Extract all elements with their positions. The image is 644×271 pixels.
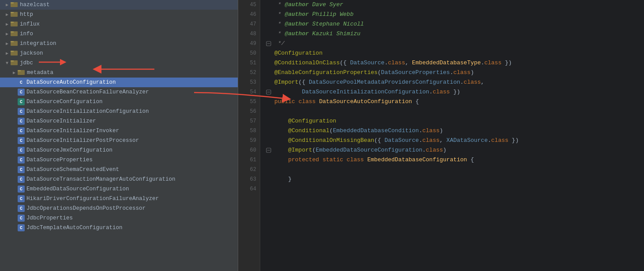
code-token: @Conditional (274, 126, 329, 136)
folder-arrow-icon[interactable]: ▶ (4, 2, 11, 7)
sidebar-item-DataSourceProperties[interactable]: CDataSourceProperties (0, 155, 238, 165)
code-line: DataSourceInitializationConfiguration.cl… (265, 87, 644, 97)
folder-arrow-icon[interactable]: ▼ (4, 61, 11, 66)
code-token: class (464, 78, 481, 87)
gutter-icon (265, 98, 273, 106)
sidebar-item-jdbc[interactable]: ▼jdbc (0, 58, 238, 68)
sidebar-item-jackson[interactable]: ▶jackson (0, 48, 238, 58)
folder-icon (11, 20, 19, 28)
gutter-icon (265, 88, 273, 96)
folder-icon (11, 40, 19, 48)
line-number: 63 (242, 174, 256, 184)
gutter-icon (265, 156, 273, 164)
code-token: DataSourceProperties (381, 68, 450, 78)
code-token: @author (285, 10, 309, 19)
code-token: @Configuration (274, 48, 322, 58)
code-line: */ (265, 39, 644, 48)
line-number: 57 (242, 116, 256, 126)
sidebar-item-EmbeddedDataSourceConfiguration[interactable]: CEmbeddedDataSourceConfiguration (0, 184, 238, 194)
code-token: ({ (374, 136, 384, 145)
gutter-icon (265, 146, 273, 154)
code-token: Stephane Nicoll (309, 19, 364, 29)
code-line: * @author Stephane Nicoll (265, 19, 644, 29)
sidebar-item-DataSourceInitializerInvoker[interactable]: CDataSourceInitializerInvoker (0, 126, 238, 136)
gutter-icon (265, 108, 273, 115)
sidebar-item-influx[interactable]: ▶influx (0, 19, 238, 29)
sidebar-item-JdbcOperationsDependsOnPostProcessor[interactable]: CJdbcOperationsDependsOnPostProcessor (0, 204, 238, 213)
code-token: class (299, 97, 316, 107)
folder-arrow-icon[interactable]: ▶ (11, 70, 18, 75)
sidebar-item-DataSourceConfiguration[interactable]: CDataSourceConfiguration (0, 97, 238, 107)
code-token: @EnableConfigurationProperties (274, 68, 378, 78)
folder-arrow-icon[interactable]: ▶ (4, 12, 11, 17)
sidebar-item-DataSourceSchemaCreatedEvent[interactable]: CDataSourceSchemaCreatedEvent (0, 165, 238, 174)
code-token: EmbeddedDatabaseConfiguration (367, 155, 467, 165)
code-token: * (274, 29, 285, 39)
class-label: JdbcOperationsDependsOnPostProcessor (26, 205, 146, 212)
code-token: . (422, 145, 426, 155)
code-token (319, 155, 322, 165)
sidebar-item-DataSourceAutoConfiguration[interactable]: CDataSourceAutoConfiguration (0, 78, 238, 87)
sidebar-item-JdbcTemplateAutoConfiguration[interactable]: CJdbcTemplateAutoConfiguration (0, 223, 238, 233)
class-icon: C (18, 79, 25, 86)
folder-icon (11, 49, 19, 57)
code-token: DataSourceInitializationConfiguration (302, 87, 429, 97)
sidebar-item-integration[interactable]: ▶integration (0, 39, 238, 48)
sidebar-item-hazelcast[interactable]: ▶hazelcast (0, 0, 238, 10)
sidebar-item-DataSourceJmxConfiguration[interactable]: CDataSourceJmxConfiguration (0, 145, 238, 155)
class-icon: C (18, 176, 25, 183)
gutter-icon (265, 137, 273, 145)
class-label: JdbcProperties (26, 215, 73, 221)
sidebar-item-HikariDriverConfigurationFailureAnalyzer[interactable]: CHikariDriverConfigurationFailureAnalyze… (0, 194, 238, 204)
code-token: }) (502, 58, 512, 68)
sidebar-item-DataSourceInitializerPostProcessor[interactable]: CDataSourceInitializerPostProcessor (0, 136, 238, 145)
code-token: ) (471, 68, 474, 78)
class-label: DataSourceTransactionManagerAutoConfigur… (26, 176, 176, 182)
folder-arrow-icon[interactable]: ▶ (4, 51, 11, 56)
code-token: class (347, 155, 364, 165)
code-token: class (453, 68, 471, 78)
gutter-icon (265, 11, 273, 19)
class-label: DataSourceInitializerPostProcessor (26, 137, 139, 144)
line-number: 47 (242, 19, 256, 29)
file-tree-sidebar[interactable]: ▶hazelcast▶http▶influx▶info▶integration▶… (0, 0, 238, 271)
sidebar-item-metadata[interactable]: ▶metadata (0, 68, 238, 78)
code-token: }) (509, 136, 519, 145)
sidebar-item-DataSourceBeanCreationFailureAnalyzer[interactable]: CDataSourceBeanCreationFailureAnalyzer (0, 87, 238, 97)
red-arrow-icon (37, 58, 72, 68)
code-line: * @author Kazuki Shimizu (265, 29, 644, 39)
folder-arrow-icon[interactable]: ▶ (4, 22, 11, 27)
class-icon: C (18, 147, 25, 154)
svg-rect-7 (11, 31, 14, 33)
sidebar-item-JdbcProperties[interactable]: CJdbcProperties (0, 213, 238, 223)
line-number: 53 (242, 78, 256, 87)
class-icon: C (18, 89, 25, 96)
code-editor: 4546474849505152535455565758596061626364… (238, 0, 644, 271)
code-token: @author (285, 19, 309, 29)
code-token: class (423, 126, 440, 136)
code-token: . (488, 136, 491, 145)
code-line: } (265, 174, 644, 184)
gutter-icon (265, 69, 273, 77)
code-token: ( (378, 68, 381, 78)
code-token: , (481, 78, 484, 87)
sidebar-item-DataSourceTransactionManagerAutoConfiguration[interactable]: CDataSourceTransactionManagerAutoConfigu… (0, 174, 238, 184)
folder-label: influx (20, 21, 40, 27)
code-token: * (274, 10, 285, 19)
class-label: JdbcTemplateAutoConfiguration (26, 225, 123, 231)
folder-arrow-icon[interactable]: ▶ (4, 41, 11, 46)
folder-arrow-icon[interactable]: ▶ (4, 31, 11, 37)
folder-icon (18, 69, 26, 77)
class-label: DataSourceInitializer (26, 118, 96, 124)
line-number: 54 (242, 87, 256, 97)
sidebar-item-DataSourceInitializationConfiguration[interactable]: CDataSourceInitializationConfiguration (0, 107, 238, 116)
sidebar-item-http[interactable]: ▶http (0, 10, 238, 19)
sidebar-item-DataSourceInitializer[interactable]: CDataSourceInitializer (0, 116, 238, 126)
class-label: DataSourceAutoConfiguration (26, 79, 116, 85)
code-token: * (274, 0, 285, 10)
code-token: EmbeddedDatabaseCondition (333, 126, 419, 136)
code-token: EmbeddedDataSourceConfiguration (316, 145, 423, 155)
sidebar-item-info[interactable]: ▶info (0, 29, 238, 39)
code-token: * (274, 19, 285, 29)
code-line (265, 165, 644, 174)
